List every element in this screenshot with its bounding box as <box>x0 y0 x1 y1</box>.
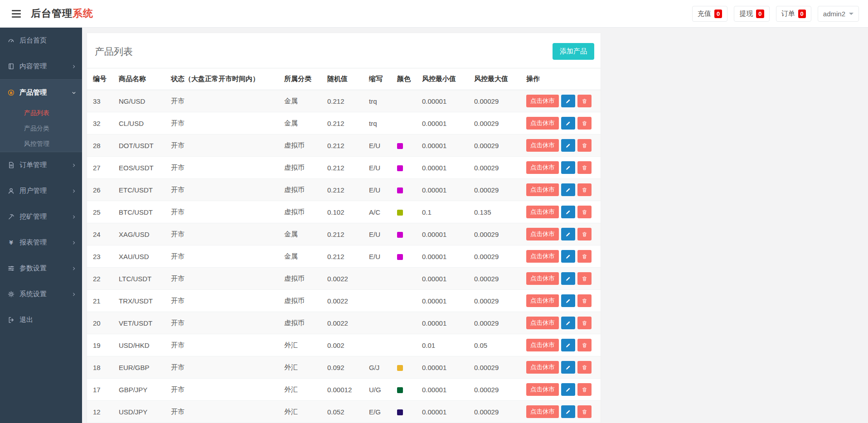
edit-button[interactable] <box>561 95 575 107</box>
delete-button[interactable] <box>577 361 592 374</box>
cell-risk-max: 0.00029 <box>470 112 522 135</box>
delete-button[interactable] <box>577 294 592 307</box>
cell-name: LTC/USDT <box>114 268 166 290</box>
product-row: 32CL/USD开市金属0.212trq0.000010.00029点击休市 <box>87 112 601 135</box>
cell-status: 开市 <box>166 268 280 290</box>
sidebar-item-reports[interactable]: 报表管理 <box>0 230 82 255</box>
add-product-button[interactable]: 添加产品 <box>553 43 594 60</box>
chevron-right-icon <box>72 266 76 271</box>
suspend-market-button[interactable]: 点击休市 <box>526 161 559 174</box>
user-dropdown[interactable]: admin2 <box>818 6 859 22</box>
suspend-market-button[interactable]: 点击休市 <box>526 250 559 263</box>
suspend-market-button[interactable]: 点击休市 <box>526 339 559 351</box>
edit-button[interactable] <box>561 161 575 174</box>
cell-name: EOS/USDT <box>114 157 166 179</box>
sidebar-submenu: 产品列表产品分类风控管理 <box>0 106 82 152</box>
sidebar-item-label: 内容管理 <box>19 62 47 71</box>
logout-icon <box>8 317 15 323</box>
suspend-market-button[interactable]: 点击休市 <box>526 183 559 196</box>
edit-button[interactable] <box>561 139 575 152</box>
sidebar-group-orders: 订单管理 <box>0 152 82 178</box>
edit-button[interactable] <box>561 383 575 396</box>
suspend-market-button[interactable]: 点击休市 <box>526 139 559 152</box>
cell-random: 0.212 <box>323 112 364 135</box>
delete-button[interactable] <box>577 95 592 107</box>
recharge-button[interactable]: 充值0 <box>692 6 727 22</box>
suspend-market-button[interactable]: 点击休市 <box>526 405 559 418</box>
edit-button[interactable] <box>561 339 575 351</box>
color-swatch <box>397 409 403 415</box>
edit-button[interactable] <box>561 250 575 263</box>
sidebar-item-params[interactable]: 参数设置 <box>0 255 82 281</box>
delete-button[interactable] <box>577 206 592 218</box>
cell-risk-min: 0.00001 <box>417 90 470 112</box>
sidebar-subitem-product-list[interactable]: 产品列表 <box>0 106 82 121</box>
sidebar-toggle-button[interactable] <box>9 7 24 20</box>
sidebar-item-content[interactable]: 内容管理 <box>0 53 82 79</box>
edit-button[interactable] <box>561 272 575 285</box>
delete-button[interactable] <box>577 228 592 240</box>
suspend-market-button[interactable]: 点击休市 <box>526 383 559 396</box>
edit-button[interactable] <box>561 183 575 196</box>
sidebar-item-home[interactable]: 后台首页 <box>0 28 82 53</box>
edit-button[interactable] <box>561 206 575 218</box>
sidebar-item-orders[interactable]: 订单管理 <box>0 152 82 178</box>
cell-category: 虚拟币 <box>280 312 323 334</box>
edit-button[interactable] <box>561 117 575 130</box>
suspend-market-button[interactable]: 点击休市 <box>526 272 559 285</box>
sidebar-group-content: 内容管理 <box>0 53 82 79</box>
trash-icon <box>582 320 587 326</box>
edit-button[interactable] <box>561 361 575 374</box>
cell-random: 0.0022 <box>323 312 364 334</box>
edit-button[interactable] <box>561 294 575 307</box>
sidebar-item-logout[interactable]: 退出 <box>0 307 82 333</box>
suspend-market-button[interactable]: 点击休市 <box>526 361 559 374</box>
withdraw-button[interactable]: 提现0 <box>734 6 769 22</box>
sidebar-item-label: 挖矿管理 <box>19 212 47 221</box>
cell-name: ETC/USDT <box>114 179 166 201</box>
cell-status: 开市 <box>166 179 280 201</box>
cell-actions: 点击休市 <box>522 334 601 356</box>
cell-id: 24 <box>87 223 114 245</box>
sidebar-item-users[interactable]: 用户管理 <box>0 178 82 204</box>
delete-button[interactable] <box>577 117 592 130</box>
cell-abbr: E/U <box>364 179 393 201</box>
app-title-main: 后台管理 <box>31 8 73 19</box>
delete-button[interactable] <box>577 339 592 351</box>
delete-button[interactable] <box>577 317 592 329</box>
suspend-market-button[interactable]: 点击休市 <box>526 317 559 329</box>
suspend-market-button[interactable]: 点击休市 <box>526 95 559 107</box>
sidebar-subitem-risk-control[interactable]: 风控管理 <box>0 136 82 152</box>
order-button[interactable]: 订单0 <box>776 6 811 22</box>
edit-button[interactable] <box>561 228 575 240</box>
edit-button[interactable] <box>561 317 575 329</box>
app-title-accent: 系统 <box>73 8 93 19</box>
pencil-icon <box>565 320 571 326</box>
sidebar-item-system[interactable]: 系统设置 <box>0 281 82 307</box>
sidebar-item-label: 退出 <box>19 316 33 324</box>
suspend-market-button[interactable]: 点击休市 <box>526 117 559 130</box>
sidebar-item-mining[interactable]: 挖矿管理 <box>0 204 82 230</box>
delete-button[interactable] <box>577 139 592 152</box>
delete-button[interactable] <box>577 161 592 174</box>
dashboard-icon <box>8 37 15 44</box>
sidebar-subitem-product-category[interactable]: 产品分类 <box>0 121 82 136</box>
delete-button[interactable] <box>577 405 592 418</box>
suspend-market-button[interactable]: 点击休市 <box>526 294 559 307</box>
sidebar-item-product[interactable]: 产品管理 <box>0 80 82 106</box>
cell-risk-min: 0.00001 <box>417 223 470 245</box>
delete-button[interactable] <box>577 183 592 196</box>
trash-icon <box>582 209 587 215</box>
trash-icon <box>582 342 587 348</box>
pencil-icon <box>565 298 571 304</box>
delete-button[interactable] <box>577 250 592 263</box>
delete-button[interactable] <box>577 272 592 285</box>
delete-button[interactable] <box>577 383 592 396</box>
book-icon <box>8 63 15 70</box>
suspend-market-button[interactable]: 点击休市 <box>526 206 559 218</box>
edit-button[interactable] <box>561 405 575 418</box>
suspend-market-button[interactable]: 点击休市 <box>526 228 559 240</box>
trash-icon <box>582 365 587 370</box>
cell-category: 金属 <box>280 90 323 112</box>
product-row: 33NG/USD开市金属0.212trq0.000010.00029点击休市 <box>87 90 601 112</box>
